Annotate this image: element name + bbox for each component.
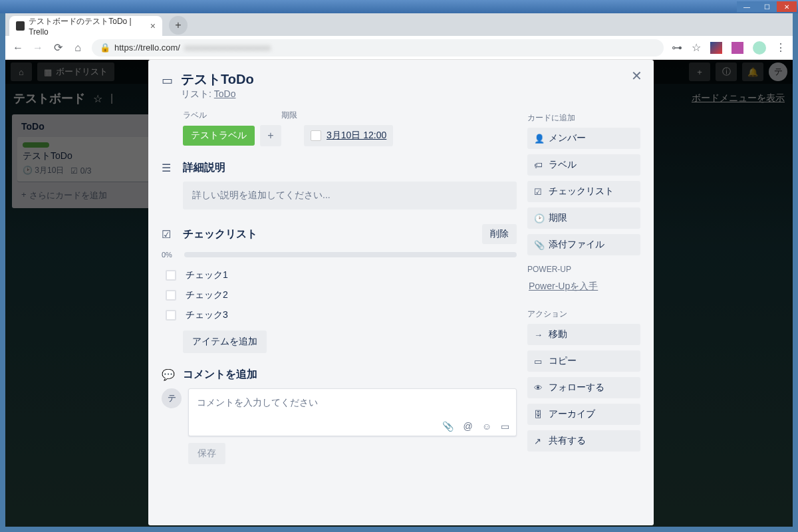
emoji-icon[interactable]: ☺: [482, 421, 491, 432]
trello-favicon: [16, 21, 25, 31]
eye-icon: 👁: [534, 383, 543, 393]
arrow-right-icon: →: [534, 330, 543, 340]
labels-button[interactable]: 🏷ラベル: [527, 154, 640, 176]
tab-close-icon[interactable]: ×: [150, 21, 156, 31]
copy-icon: ▭: [534, 356, 543, 366]
check-icon: ☑: [534, 187, 543, 197]
due-heading: 期限: [281, 110, 297, 121]
browser-tab[interactable]: テストボードのテストToDo | Trello ×: [9, 16, 162, 36]
due-date-text: 3月10日 12:00: [327, 130, 386, 142]
progress-bar: [184, 252, 517, 257]
forward-button[interactable]: →: [32, 42, 44, 54]
attachment-icon[interactable]: 📎: [442, 421, 454, 432]
url-text: https://trello.com/: [114, 43, 180, 53]
list-link[interactable]: ToDo: [214, 88, 236, 99]
window-titlebar: — ☐ ✕: [0, 0, 798, 13]
key-icon[interactable]: ⊶: [672, 41, 682, 54]
comment-avatar: テ: [162, 388, 182, 408]
card-detail-modal: ✕ ▭ テストToDo リスト: ToDo ラベル 期限 テスト: [148, 60, 654, 525]
tab-title: テストボードのテストToDo | Trello: [29, 16, 146, 37]
new-tab-button[interactable]: +: [169, 16, 188, 35]
save-comment-button[interactable]: 保存: [188, 443, 225, 464]
profile-avatar[interactable]: [753, 41, 766, 55]
browser-toolbar: ← → ⟳ ⌂ 🔒 https://trello.com/ xxxxxxxxxx…: [5, 36, 793, 60]
actions-heading: アクション: [527, 309, 640, 320]
checkbox[interactable]: [166, 310, 176, 321]
modal-close-button[interactable]: ✕: [626, 65, 647, 86]
window-close-button[interactable]: ✕: [777, 1, 797, 12]
extension-icon-2[interactable]: [732, 42, 743, 54]
card-list-info: リスト: ToDo: [181, 88, 254, 100]
archive-icon: 🗄: [534, 410, 543, 420]
browser-menu-icon[interactable]: ⋮: [775, 41, 786, 54]
comment-icon: 💬: [162, 368, 175, 381]
checklist-item[interactable]: チェック1: [162, 265, 517, 285]
powerup-heading: POWER-UP: [527, 265, 640, 274]
comment-box[interactable]: コメントを入力してください 📎 @ ☺ ▭: [188, 388, 517, 436]
checklist-item[interactable]: チェック2: [162, 285, 517, 305]
description-icon: ☰: [162, 162, 175, 174]
attachment-button[interactable]: 📎添付ファイル: [527, 234, 640, 255]
label-icon: 🏷: [534, 160, 543, 170]
mention-icon[interactable]: @: [463, 421, 472, 432]
delete-checklist-button[interactable]: 削除: [482, 224, 517, 244]
add-checklist-item-button[interactable]: アイテムを追加: [183, 331, 267, 353]
description-heading: 詳細説明: [183, 161, 225, 175]
clock-icon: 🕑: [534, 213, 543, 223]
add-label-button[interactable]: +: [260, 125, 281, 146]
due-checkbox[interactable]: [311, 130, 321, 141]
home-button[interactable]: ⌂: [72, 42, 84, 54]
card-icon: ▭: [162, 73, 173, 88]
share-button[interactable]: ↗共有する: [527, 430, 640, 452]
checklist-button[interactable]: ☑チェックリスト: [527, 181, 640, 202]
checkbox[interactable]: [166, 290, 176, 301]
card-title[interactable]: テストToDo: [181, 70, 254, 88]
comment-heading: コメントを追加: [183, 368, 257, 382]
add-to-card-heading: カードに追加: [527, 112, 640, 124]
bookmark-star-icon[interactable]: ☆: [692, 41, 701, 54]
due-date-chip[interactable]: 3月10日 12:00: [304, 125, 393, 146]
checkbox[interactable]: [166, 270, 176, 281]
move-button[interactable]: →移動: [527, 324, 640, 345]
url-blurred: xxxxxxxxxxxxxxxxxxxx: [184, 43, 271, 53]
members-button[interactable]: 👤メンバー: [527, 128, 640, 149]
modal-overlay[interactable]: ✕ ▭ テストToDo リスト: ToDo ラベル 期限 テスト: [5, 60, 793, 527]
extension-icon-1[interactable]: [710, 42, 722, 54]
window-maximize-button[interactable]: ☐: [757, 1, 777, 12]
address-bar[interactable]: 🔒 https://trello.com/ xxxxxxxxxxxxxxxxxx…: [92, 39, 664, 57]
lock-icon: 🔒: [100, 43, 110, 53]
checklist-item[interactable]: チェック3: [162, 305, 517, 325]
back-button[interactable]: ←: [12, 42, 24, 54]
copy-button[interactable]: ▭コピー: [527, 350, 640, 372]
comment-input[interactable]: コメントを入力してください: [189, 389, 516, 417]
card-link-icon[interactable]: ▭: [501, 421, 509, 432]
follow-button[interactable]: 👁フォローする: [527, 377, 640, 398]
browser-tab-strip: テストボードのテストToDo | Trello × +: [5, 13, 793, 36]
share-icon: ↗: [534, 436, 543, 446]
labels-heading: ラベル: [183, 110, 207, 121]
reload-button[interactable]: ⟳: [52, 42, 64, 54]
archive-button[interactable]: 🗄アーカイブ: [527, 404, 640, 425]
powerup-link[interactable]: Power-Upを入手: [527, 278, 599, 295]
label-chip[interactable]: テストラベル: [183, 126, 255, 146]
checklist-heading: チェックリスト: [183, 227, 257, 241]
progress-percent: 0%: [162, 251, 179, 259]
paperclip-icon: 📎: [534, 240, 543, 250]
checklist-icon: ☑: [162, 228, 175, 241]
window-minimize-button[interactable]: —: [737, 1, 757, 12]
members-icon: 👤: [534, 134, 543, 144]
due-date-button[interactable]: 🕑期限: [527, 207, 640, 229]
description-input[interactable]: 詳しい説明を追加してください...: [183, 182, 517, 209]
